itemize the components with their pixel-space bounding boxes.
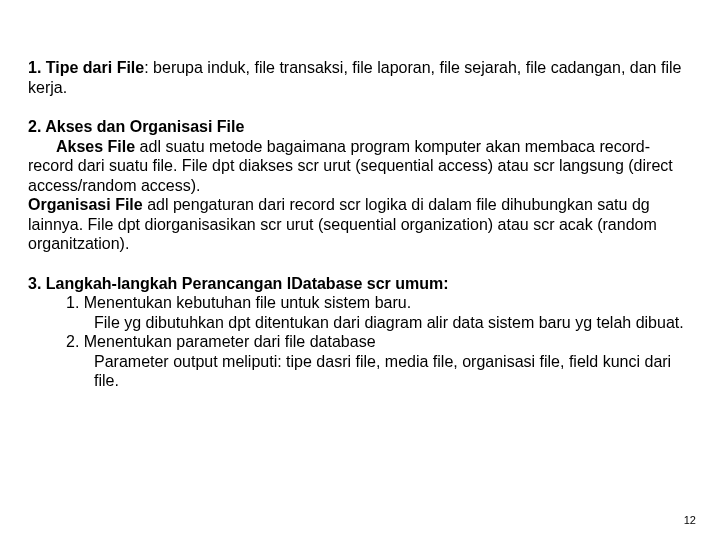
section-2-akses-wrap: Akses File adl suatu metode bagaimana pr… — [28, 137, 692, 196]
page-number: 12 — [684, 514, 696, 526]
organisasi-file-lead: Organisasi File — [28, 196, 143, 213]
section-1-lead: 1. Tipe dari File — [28, 59, 144, 76]
item-1-body: File yg dibutuhkan dpt ditentukan dari d… — [28, 313, 692, 333]
section-3-title: 3. Langkah-langkah Perancangan lDatabase… — [28, 274, 692, 294]
section-3: 3. Langkah-langkah Perancangan lDatabase… — [28, 274, 692, 391]
item-2-body: Parameter output meliputi: tipe dasri fi… — [28, 352, 692, 391]
item-2-head: 2. Menentukan parameter dari file databa… — [28, 332, 692, 352]
section-2-title: 2. Akses dan Organisasi File — [28, 117, 692, 137]
section-2-akses: Akses File adl suatu metode bagaimana pr… — [28, 137, 692, 196]
item-1-head: 1. Menentukan kebutuhan file untuk siste… — [28, 293, 692, 313]
section-2: 2. Akses dan Organisasi File Akses File … — [28, 117, 692, 254]
akses-file-lead: Akses File — [56, 138, 135, 155]
section-1: 1. Tipe dari File: berupa induk, file tr… — [28, 58, 692, 97]
section-2-organisasi: Organisasi File adl pengaturan dari reco… — [28, 195, 692, 254]
slide-page: 1. Tipe dari File: berupa induk, file tr… — [0, 0, 720, 540]
